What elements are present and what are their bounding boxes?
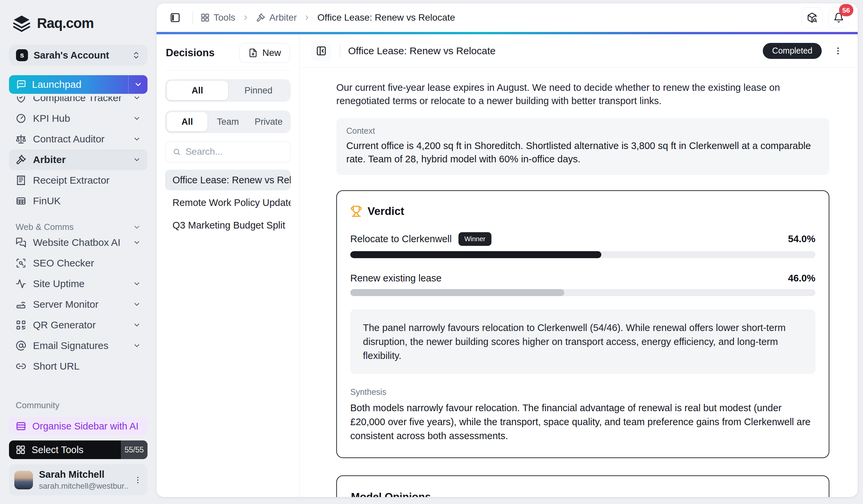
main-header: Office Lease: Renew vs Relocate Complete… [300, 34, 858, 67]
gauge-icon [16, 113, 26, 124]
tab-scope-private[interactable]: Private [248, 112, 289, 131]
receipt-icon [16, 175, 26, 186]
topbar: Tools Arbiter Office Lease: Renew vs Rel… [157, 3, 858, 32]
activity-pulse-icon [16, 279, 26, 289]
page-title: Office Lease: Renew vs Relocate [348, 45, 496, 56]
sidebar-item-server-monitor[interactable]: Server Monitor [9, 294, 148, 315]
sidebar-item-short-url[interactable]: Short URL [9, 356, 148, 377]
rows-icon [16, 421, 26, 431]
app-window: Tools Arbiter Office Lease: Renew vs Rel… [157, 3, 858, 497]
list-item-office-lease[interactable]: Office Lease: Renew vs Rel... [165, 170, 291, 190]
gavel-icon [16, 154, 26, 165]
user-email: sarah.mitchell@westbur... [39, 481, 127, 491]
gavel-icon [256, 13, 265, 22]
context-label: Context [346, 126, 820, 136]
more-options-button[interactable] [830, 42, 846, 59]
select-tools-label: Select Tools [32, 444, 84, 455]
option-percent: 54.0% [788, 234, 815, 245]
divider [340, 44, 340, 57]
account-switcher[interactable]: s Sarah's Account [9, 44, 148, 66]
accent-gradient-bar [157, 32, 858, 34]
organise-label: Organise Sidebar with AI [32, 421, 138, 432]
search-icon [173, 147, 181, 156]
trophy-icon [350, 205, 362, 217]
panel-left-icon [170, 12, 180, 23]
breadcrumb-arbiter[interactable]: Arbiter [256, 12, 297, 23]
panel-note: The panel narrowly favours relocation to… [350, 309, 815, 374]
tab-all-pinned[interactable]: All [167, 81, 228, 100]
breadcrumb-tools[interactable]: Tools [200, 12, 235, 23]
organise-sidebar-button[interactable]: Organise Sidebar with AI [9, 417, 148, 435]
at-sign-icon [16, 340, 26, 351]
launchpad-caret[interactable] [128, 75, 148, 94]
sidebar-item-site-uptime[interactable]: Site Uptime [9, 273, 148, 294]
chevron-down-icon [133, 280, 141, 288]
sidebar-item-kpi-hub[interactable]: KPI Hub [9, 108, 148, 129]
main-panel: Office Lease: Renew vs Relocate Complete… [300, 34, 858, 497]
grid-icon [16, 445, 26, 455]
notifications-button[interactable]: 56 [828, 7, 849, 28]
tab-scope-all[interactable]: All [167, 112, 208, 131]
brand-logo-icon [12, 14, 31, 33]
select-tools-main[interactable]: Select Tools [9, 440, 121, 459]
account-name: Sarah's Account [34, 50, 126, 61]
messages-square-icon [16, 237, 26, 248]
kebab-menu-icon[interactable] [134, 476, 142, 484]
tab-scope-team[interactable]: Team [208, 112, 248, 131]
sidebar-item-qr-generator[interactable]: QR Generator [9, 315, 148, 335]
sidebar-item-compliance-tracker[interactable]: Compliance Tracker [9, 96, 148, 108]
launchpad-button[interactable]: Launchpad [9, 75, 148, 94]
sidebar-item-email-signatures[interactable]: Email Signatures [9, 335, 148, 356]
verdict-option-winner: Relocate to Clerkenwell Winner 54.0% [350, 232, 815, 258]
notification-count-badge: 56 [839, 4, 853, 16]
option-percent: 46.0% [788, 273, 815, 284]
decisions-title: Decisions [166, 47, 214, 59]
verdict-card: Verdict Relocate to Clerkenwell Winner 5… [336, 190, 829, 458]
decisions-header: Decisions New [165, 42, 291, 70]
section-web-comms[interactable]: Web & Comms [9, 222, 148, 232]
router-icon [16, 299, 26, 310]
launchpad-label: Launchpad [32, 79, 81, 90]
decision-detail: Our current five-year lease expires in A… [300, 67, 858, 497]
sidebar-item-contract-auditor[interactable]: Contract Auditor [9, 129, 148, 150]
panel-left-close-icon [316, 46, 327, 56]
package-search-button[interactable] [802, 7, 822, 28]
list-item-q3-marketing[interactable]: Q3 Marketing Budget Split [165, 215, 291, 235]
collapse-panel-button[interactable] [311, 41, 332, 61]
scales-icon [16, 134, 26, 144]
synthesis-body: Both models narrowly favour relocation. … [350, 401, 815, 443]
link-icon [16, 361, 26, 372]
new-decision-button[interactable]: New [239, 43, 290, 63]
sidebar-toggle-button[interactable] [165, 8, 185, 28]
sidebar-item-finuk[interactable]: FinUK [9, 191, 148, 211]
chevron-down-icon [133, 238, 141, 246]
breadcrumb-current: Office Lease: Renew vs Relocate [317, 12, 455, 23]
search-input[interactable] [186, 146, 283, 157]
chevron-down-icon [134, 80, 142, 89]
account-avatar: s [16, 49, 28, 61]
user-card[interactable]: Sarah Mitchell sarah.mitchell@westbur... [9, 464, 148, 495]
list-item-remote-work[interactable]: Remote Work Policy Update [165, 192, 291, 213]
option-label: Relocate to Clerkenwell [350, 234, 452, 245]
topbar-actions: 56 [802, 7, 849, 28]
sidebar-spacer [9, 377, 148, 400]
decision-search[interactable] [165, 141, 291, 162]
grid-icon [200, 13, 210, 22]
sidebar-tools-list: Compliance Tracker KPI Hub Contract Audi… [9, 96, 148, 211]
tab-pinned[interactable]: Pinned [228, 81, 289, 100]
progress-fill [350, 289, 564, 296]
launchpad-main[interactable]: Launchpad [9, 75, 128, 94]
user-name: Sarah Mitchell [39, 469, 127, 480]
sidebar-item-receipt-extractor[interactable]: Receipt Extractor [9, 170, 148, 191]
sidebar-item-seo-checker[interactable]: SEO Checker [9, 253, 148, 273]
chevron-down-icon [133, 135, 141, 143]
breadcrumb: Tools Arbiter Office Lease: Renew vs Rel… [200, 12, 455, 23]
select-tools-button[interactable]: Select Tools 55/55 [9, 440, 148, 459]
sidebar-item-website-chatbox-ai[interactable]: Website Chatbox AI [9, 232, 148, 253]
chevrons-up-down-icon [132, 51, 140, 60]
avatar [14, 471, 33, 489]
chat-bubble-icon [16, 79, 26, 90]
chevron-down-icon [133, 96, 141, 102]
shield-check-icon [16, 96, 26, 103]
sidebar-item-arbiter[interactable]: Arbiter [9, 150, 148, 170]
